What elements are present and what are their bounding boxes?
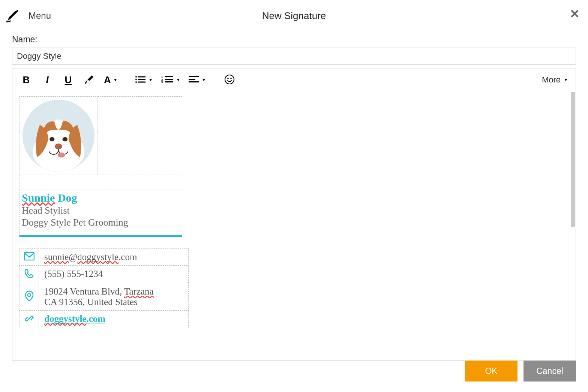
svg-rect-14 <box>189 79 195 80</box>
svg-text:3: 3 <box>161 81 163 84</box>
format-painter-button[interactable] <box>81 71 98 88</box>
emoji-button[interactable] <box>221 71 238 88</box>
bold-icon: B <box>23 74 30 86</box>
font-color-button[interactable]: A ▼ <box>102 71 120 88</box>
svg-point-25 <box>58 153 65 157</box>
more-label: More <box>542 75 561 85</box>
dialog-footer: OK Cancel <box>465 361 576 382</box>
svg-rect-12 <box>165 81 173 82</box>
phone-text[interactable]: (555) 555-1234 <box>39 266 188 283</box>
signature-name: Sunnie Dog <box>22 192 77 204</box>
dialog-header: Menu New Signature ✕ <box>0 0 588 28</box>
svg-point-5 <box>135 81 137 83</box>
signature-company: Doggy Style Pet Grooming <box>22 217 180 228</box>
svg-point-1 <box>135 76 137 78</box>
website-icon-cell[interactable] <box>20 311 39 328</box>
spacer-cell[interactable] <box>19 175 182 190</box>
link-icon <box>24 314 34 325</box>
svg-point-18 <box>231 78 232 79</box>
contact-table[interactable]: sunnie@doggystyle.com (555) 555-1234 <box>19 248 189 328</box>
svg-rect-10 <box>165 79 173 80</box>
svg-rect-4 <box>138 79 146 80</box>
svg-point-3 <box>135 79 137 80</box>
close-icon: ✕ <box>570 7 580 21</box>
bullet-list-button[interactable]: ▼ <box>133 71 155 88</box>
name-input[interactable] <box>12 48 576 65</box>
email-text[interactable]: sunnie@doggystyle.com <box>39 249 188 265</box>
chevron-down-icon: ▼ <box>148 77 153 82</box>
alignment-button[interactable]: ▼ <box>186 71 208 88</box>
divider-line <box>20 235 182 237</box>
close-button[interactable]: ✕ <box>570 7 580 21</box>
svg-rect-8 <box>165 76 173 77</box>
underline-button[interactable]: U <box>60 71 77 88</box>
chevron-down-icon: ▼ <box>564 77 568 82</box>
chevron-down-icon: ▼ <box>113 77 118 82</box>
svg-point-23 <box>63 137 68 142</box>
svg-rect-2 <box>138 76 146 77</box>
phone-icon-cell[interactable] <box>20 266 39 283</box>
svg-rect-6 <box>138 81 146 82</box>
location-icon-cell[interactable] <box>20 283 39 310</box>
svg-rect-15 <box>189 81 199 82</box>
numbered-list-button[interactable]: 1 2 3 ▼ <box>159 71 183 88</box>
phone-icon <box>24 269 34 280</box>
pen-icon <box>4 7 21 24</box>
svg-point-24 <box>55 144 62 149</box>
divider-cell[interactable] <box>19 235 182 237</box>
bullet-list-icon <box>135 75 146 85</box>
editor-area[interactable]: Sunnie Dog Head Stylist Doggy Style Pet … <box>12 91 576 361</box>
envelope-icon <box>24 252 34 262</box>
paintbrush-icon <box>84 74 94 86</box>
more-button[interactable]: More ▼ <box>540 75 570 85</box>
website-text[interactable]: doggystyle.com <box>39 311 188 328</box>
chevron-down-icon: ▼ <box>201 77 206 82</box>
signature-role: Head Stylist <box>22 205 180 216</box>
ok-button[interactable]: OK <box>465 361 518 382</box>
email-icon-cell[interactable] <box>20 249 39 265</box>
editor-toolbar: B I U A ▼ <box>12 69 576 91</box>
svg-point-16 <box>225 75 234 84</box>
name-block-cell[interactable]: Sunnie Dog Head Stylist Doggy Style Pet … <box>19 190 182 235</box>
name-label: Name: <box>12 34 576 45</box>
underline-icon: U <box>65 74 72 86</box>
map-pin-icon <box>25 290 34 303</box>
svg-point-27 <box>28 293 31 296</box>
empty-cell[interactable] <box>98 96 182 175</box>
bold-button[interactable]: B <box>18 71 35 88</box>
chevron-down-icon: ▼ <box>176 77 181 82</box>
smiley-icon <box>224 74 235 86</box>
cancel-button[interactable]: Cancel <box>524 361 576 382</box>
svg-point-17 <box>228 78 229 79</box>
svg-rect-13 <box>189 76 199 77</box>
menu-button[interactable]: Menu <box>28 10 51 21</box>
numbered-list-icon: 1 2 3 <box>161 75 174 85</box>
font-color-icon: A <box>104 74 111 86</box>
svg-point-22 <box>50 137 54 142</box>
signature-content[interactable]: Sunnie Dog Head Stylist Doggy Style Pet … <box>12 91 576 334</box>
dialog-title: New Signature <box>262 10 326 22</box>
italic-button[interactable]: I <box>39 71 56 88</box>
align-icon <box>189 75 199 85</box>
italic-icon: I <box>46 74 48 86</box>
address-text[interactable]: 19024 Ventura Blvd, Tarzana CA 91356, Un… <box>39 283 188 310</box>
scrollbar-thumb[interactable] <box>571 92 575 227</box>
avatar-image <box>22 100 94 172</box>
avatar-cell[interactable] <box>19 96 98 175</box>
